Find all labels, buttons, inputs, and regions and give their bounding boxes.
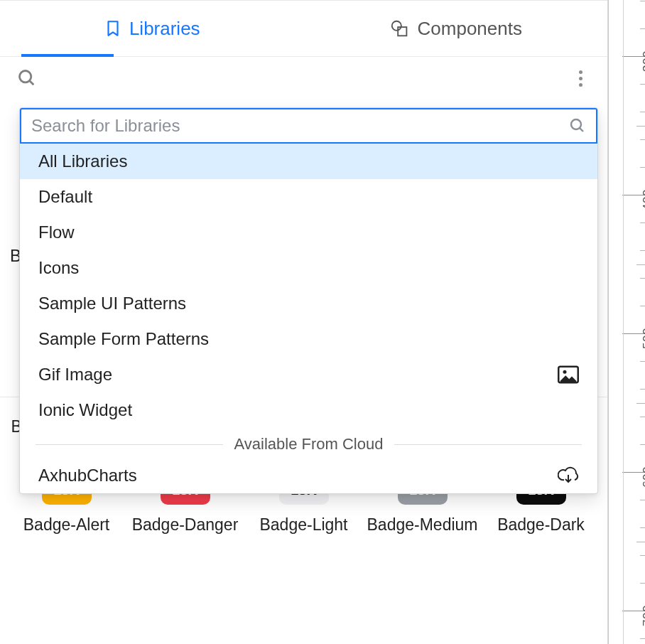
svg-point-0 (391, 21, 401, 31)
badge-label: Badge-Medium (367, 515, 478, 535)
cloud-library-list: AxhubCharts (20, 458, 597, 493)
library-list-item[interactable]: All Libraries (20, 144, 597, 179)
tab-components-label: Components (418, 18, 522, 40)
search-icon[interactable] (17, 68, 37, 88)
library-search-field[interactable] (20, 108, 597, 144)
ruler-tick-major: 600 (622, 472, 645, 473)
svg-line-3 (30, 81, 34, 85)
ruler-tick-minor (640, 306, 645, 306)
ruler-tick-label: 700 (641, 605, 645, 626)
library-list-item[interactable]: Sample Form Patterns (20, 321, 597, 357)
library-toolbar (0, 57, 607, 100)
library-list-item-label: Gif Image (38, 365, 112, 385)
svg-point-4 (571, 119, 581, 129)
ruler-tick-minor (636, 542, 645, 542)
ruler-tick-minor (640, 555, 645, 556)
ruler-tick-minor (640, 500, 645, 500)
ruler-tick-minor (640, 84, 645, 85)
ruler-tick-major: 400 (622, 195, 645, 195)
cloud-library-list-item[interactable]: AxhubCharts (20, 458, 597, 493)
ruler-tick-minor (640, 1, 645, 1)
svg-point-2 (20, 71, 31, 82)
ruler-tick-minor (640, 444, 645, 445)
more-options-button[interactable] (570, 68, 590, 88)
library-list-item[interactable]: Gif Image (20, 357, 597, 392)
ruler-tick-minor (640, 112, 645, 112)
library-list-item[interactable]: Icons (20, 250, 597, 286)
library-search-dropdown: All LibrariesDefaultFlowIconsSample UI P… (19, 107, 598, 494)
tab-libraries-label: Libraries (129, 18, 200, 40)
cloud-section-header: Available From Cloud (20, 428, 597, 458)
ruler-tick-minor (640, 278, 645, 279)
ruler-tick-minor (640, 250, 645, 251)
image-icon (558, 365, 579, 384)
library-list-item-label: Ionic Widget (38, 400, 132, 420)
ruler-tick-minor (636, 403, 645, 404)
library-list-item-label: Sample Form Patterns (38, 329, 209, 349)
ruler-tick-minor (640, 583, 645, 584)
panel-tabs: Libraries Components (0, 0, 607, 57)
ruler-tick-major: 700 (622, 611, 645, 611)
ruler-tick-label: 400 (641, 189, 645, 210)
ruler-tick-label: 300 (641, 50, 645, 72)
svg-rect-1 (398, 27, 406, 36)
library-list-item-label: Sample UI Patterns (38, 294, 186, 313)
search-icon (569, 117, 586, 134)
ruler-tick-minor (636, 126, 645, 127)
ruler-tick-minor (640, 417, 645, 417)
ruler-tick-label: 500 (641, 328, 645, 349)
ruler-tick-minor (640, 361, 645, 362)
library-list-item[interactable]: Sample UI Patterns (20, 286, 597, 321)
ruler-tick-minor (640, 28, 645, 29)
ruler-tick-label: 600 (641, 466, 645, 488)
library-search-input[interactable] (31, 116, 562, 136)
components-icon (389, 18, 411, 39)
tab-libraries[interactable]: Libraries (0, 1, 304, 56)
badge-label: Badge-Light (259, 515, 347, 535)
library-list-item-label: Icons (38, 258, 79, 278)
ruler-tick-minor (640, 167, 645, 168)
svg-line-5 (580, 128, 583, 132)
cloud-download-icon[interactable] (558, 466, 579, 485)
bookmark-icon (104, 19, 122, 38)
cloud-library-list-item-label: AxhubCharts (38, 466, 137, 485)
ruler-tick-minor (640, 139, 645, 140)
badge-label: Badge-Dark (497, 515, 585, 535)
ruler-tick-minor (640, 222, 645, 223)
ruler-tick-minor (636, 264, 645, 265)
cloud-section-label: Available From Cloud (234, 435, 384, 454)
library-list-item[interactable]: Ionic Widget (20, 392, 597, 428)
ruler-tick-minor (640, 389, 645, 390)
ruler-tick-minor (640, 638, 645, 639)
badge-label: Badge-Alert (23, 515, 109, 535)
ruler-tick-minor (640, 527, 645, 528)
library-list-item[interactable]: Default (20, 179, 597, 215)
ruler-tick-major: 300 (622, 56, 645, 57)
library-list: All LibrariesDefaultFlowIconsSample UI P… (20, 144, 597, 428)
left-panel: Libraries Components B Badge（A (0, 0, 608, 644)
svg-point-7 (563, 370, 567, 374)
ruler-tick-major: 500 (622, 333, 645, 334)
library-list-item-label: Default (38, 187, 92, 207)
vertical-ruler: 300400500600700 (608, 0, 645, 644)
tab-components[interactable]: Components (304, 1, 608, 56)
badge-label: Badge-Danger (132, 515, 239, 535)
library-list-item-label: Flow (38, 222, 75, 242)
library-list-item-label: All Libraries (38, 151, 127, 171)
library-list-item[interactable]: Flow (20, 215, 597, 250)
